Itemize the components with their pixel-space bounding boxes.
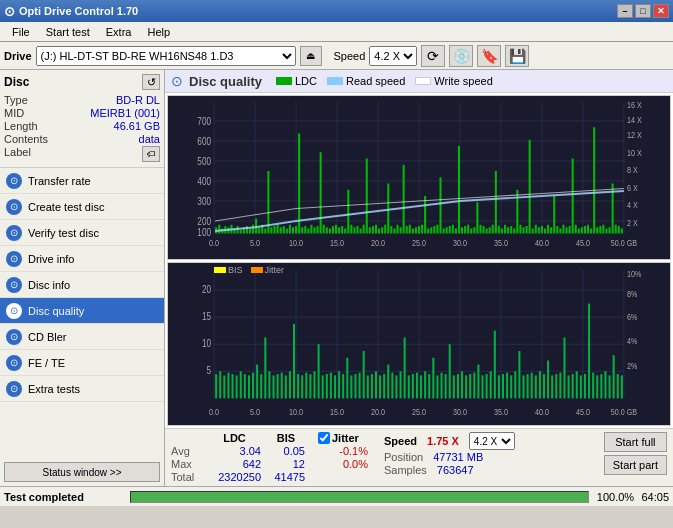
drive-label: Drive: [4, 50, 32, 62]
svg-rect-63: [274, 226, 276, 234]
eject-button[interactable]: ⏏: [300, 46, 322, 66]
svg-rect-144: [522, 227, 524, 233]
svg-text:700: 700: [197, 116, 211, 127]
svg-rect-163: [581, 227, 583, 233]
svg-rect-128: [473, 227, 475, 233]
jitter-checkbox[interactable]: [318, 432, 330, 444]
svg-rect-95: [372, 226, 374, 234]
svg-rect-99: [384, 225, 386, 234]
svg-rect-230: [285, 375, 287, 398]
position-value: 47731 MB: [433, 451, 483, 463]
svg-rect-167: [593, 127, 595, 233]
sidebar-item-fe-te[interactable]: ⊙FE / TE: [0, 350, 164, 376]
svg-rect-310: [613, 355, 615, 398]
menu-extra[interactable]: Extra: [98, 24, 140, 40]
svg-rect-62: [270, 227, 272, 233]
menu-file[interactable]: File: [4, 24, 38, 40]
svg-rect-311: [617, 374, 619, 398]
sidebar-item-disc-quality[interactable]: ⊙Disc quality: [0, 298, 164, 324]
disc-icon-button[interactable]: 💿: [449, 45, 473, 67]
menu-help[interactable]: Help: [139, 24, 178, 40]
svg-rect-146: [529, 140, 531, 234]
disc-label-icon[interactable]: 🏷: [142, 146, 160, 162]
svg-text:35.0: 35.0: [494, 238, 508, 248]
svg-text:25.0: 25.0: [412, 238, 426, 248]
svg-text:500: 500: [197, 156, 211, 167]
svg-rect-264: [424, 371, 426, 398]
svg-rect-289: [527, 374, 529, 398]
bookmark-button[interactable]: 🔖: [477, 45, 501, 67]
svg-rect-256: [391, 372, 393, 398]
svg-rect-66: [283, 226, 285, 234]
sidebar-item-transfer-rate[interactable]: ⊙Transfer rate: [0, 168, 164, 194]
disc-label-label: Label: [4, 146, 31, 162]
svg-rect-138: [504, 225, 506, 234]
svg-rect-168: [596, 227, 598, 233]
app-icon: ⊙: [4, 4, 15, 19]
speed-info: Speed 1.75 X 4.2 X Position 47731 MB Sam…: [384, 432, 515, 476]
bis-header: BIS: [266, 432, 306, 444]
status-window-button[interactable]: Status window >>: [4, 462, 160, 482]
sidebar-item-drive-info[interactable]: ⊙Drive info: [0, 246, 164, 272]
svg-rect-219: [240, 371, 242, 398]
svg-text:40.0: 40.0: [535, 238, 549, 248]
jitter-header-row: Jitter: [318, 432, 368, 444]
transfer-rate-label: Transfer rate: [28, 175, 91, 187]
svg-rect-238: [318, 344, 320, 398]
fe-te-label: FE / TE: [28, 357, 65, 369]
svg-rect-67: [286, 229, 288, 234]
svg-rect-255: [387, 364, 389, 398]
start-full-button[interactable]: Start full: [604, 432, 667, 452]
save-button[interactable]: 💾: [505, 45, 529, 67]
avg-jitter-row: -0.1%: [318, 445, 368, 457]
svg-rect-307: [600, 374, 602, 398]
svg-rect-98: [381, 227, 383, 233]
svg-text:12 X: 12 X: [627, 131, 642, 141]
disc-refresh-button[interactable]: ↺: [142, 74, 160, 90]
svg-text:10: 10: [202, 336, 211, 348]
disc-title: Disc: [4, 75, 29, 89]
svg-rect-120: [449, 226, 451, 234]
speed-select[interactable]: 4.2 X: [369, 46, 417, 66]
svg-text:45.0: 45.0: [576, 405, 590, 416]
svg-rect-97: [378, 229, 380, 234]
stats-bar: LDC BIS Avg 3.04 0.05 Max 642 12 Total 2…: [165, 428, 673, 486]
drive-select[interactable]: (J:) HL-DT-ST BD-RE WH16NS48 1.D3: [36, 46, 296, 66]
svg-rect-72: [301, 227, 303, 233]
sidebar: Disc ↺ Type BD-R DL MID MEIRB1 (001) Len…: [0, 70, 165, 486]
ldc-chart: 700 600 500 400 300 200 100 16 X 14 X 12…: [167, 95, 671, 260]
start-part-button[interactable]: Start part: [604, 455, 667, 475]
menu-start-test[interactable]: Start test: [38, 24, 98, 40]
svg-rect-253: [379, 375, 381, 398]
sidebar-item-extra-tests[interactable]: ⊙Extra tests: [0, 376, 164, 402]
svg-text:25.0: 25.0: [412, 405, 426, 416]
sidebar-item-disc-info[interactable]: ⊙Disc info: [0, 272, 164, 298]
svg-rect-93: [366, 159, 368, 234]
close-button[interactable]: ✕: [653, 4, 669, 18]
sidebar-item-cd-bler[interactable]: ⊙CD Bler: [0, 324, 164, 350]
svg-text:300: 300: [197, 196, 211, 207]
svg-rect-150: [541, 226, 543, 234]
svg-rect-243: [338, 371, 340, 398]
svg-rect-233: [297, 374, 299, 398]
svg-rect-222: [252, 372, 254, 398]
svg-rect-291: [535, 375, 537, 398]
minimize-button[interactable]: –: [617, 4, 633, 18]
svg-rect-276: [473, 372, 475, 398]
svg-rect-262: [416, 372, 418, 398]
svg-rect-160: [572, 159, 574, 234]
svg-rect-111: [421, 225, 423, 234]
avg-jitter: -0.1%: [318, 445, 368, 457]
svg-rect-89: [353, 227, 355, 233]
position-label: Position: [384, 451, 423, 463]
speed-select-stats[interactable]: 4.2 X: [469, 432, 515, 450]
maximize-button[interactable]: □: [635, 4, 651, 18]
max-bis: 12: [265, 458, 305, 470]
sidebar-item-create-test-disc[interactable]: ⊙Create test disc: [0, 194, 164, 220]
refresh-button[interactable]: ⟳: [421, 45, 445, 67]
sidebar-item-verify-test-disc[interactable]: ⊙Verify test disc: [0, 220, 164, 246]
svg-rect-278: [481, 375, 483, 398]
svg-rect-285: [510, 375, 512, 398]
verify-test-disc-icon: ⊙: [6, 225, 22, 241]
svg-rect-251: [371, 374, 373, 398]
